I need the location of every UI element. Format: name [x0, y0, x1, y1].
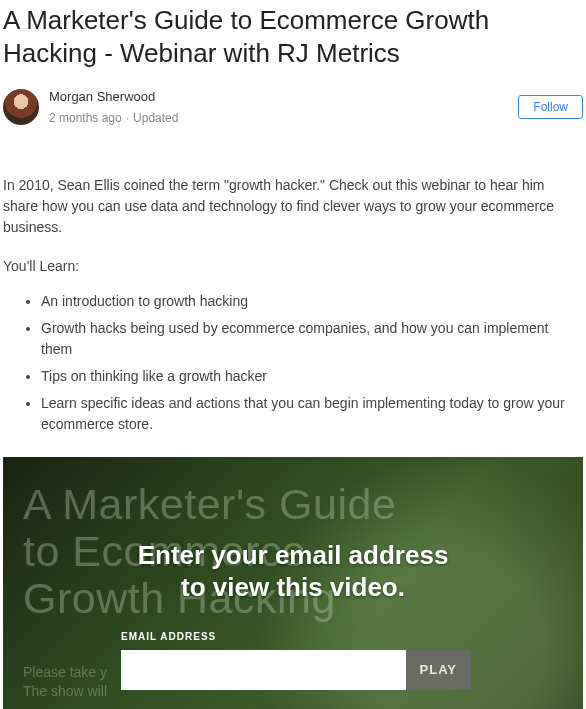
- video-player[interactable]: A Marketer's Guide to Ecommerce Growth H…: [3, 457, 583, 710]
- author-subline: 2 months ago·Updated: [49, 109, 178, 127]
- list-item: Learn specific ideas and actions that yo…: [41, 393, 583, 435]
- learn-list: An introduction to growth hacking Growth…: [3, 291, 583, 435]
- play-button[interactable]: PLAY: [406, 650, 471, 690]
- avatar: [3, 89, 39, 125]
- email-gate-overlay: Enter your email address to view this vi…: [3, 539, 583, 604]
- posted-time: 2 months ago: [49, 111, 122, 125]
- author-block: Morgan Sherwood 2 months ago·Updated: [3, 87, 178, 127]
- follow-button[interactable]: Follow: [518, 95, 583, 119]
- intro-paragraph: In 2010, Sean Ellis coined the term "gro…: [3, 175, 583, 238]
- email-gate-form: EMAIL ADDRESS PLAY: [121, 629, 471, 690]
- author-name[interactable]: Morgan Sherwood: [49, 87, 178, 107]
- updated-label: Updated: [133, 111, 178, 125]
- prompt-line-2: to view this video.: [181, 572, 405, 602]
- list-item: An introduction to growth hacking: [41, 291, 583, 312]
- video-bg-subtitle: Please take y The show will: [23, 663, 107, 702]
- prompt-line-1: Enter your email address: [138, 540, 449, 570]
- author-meta-row: Morgan Sherwood 2 months ago·Updated Fol…: [3, 87, 583, 127]
- list-item: Growth hacks being used by ecommerce com…: [41, 318, 583, 360]
- page-title: A Marketer's Guide to Ecommerce Growth H…: [3, 4, 583, 69]
- email-field-label: EMAIL ADDRESS: [121, 629, 471, 644]
- list-item: Tips on thinking like a growth hacker: [41, 366, 583, 387]
- learn-heading: You'll Learn:: [3, 256, 583, 277]
- email-field[interactable]: [121, 650, 406, 690]
